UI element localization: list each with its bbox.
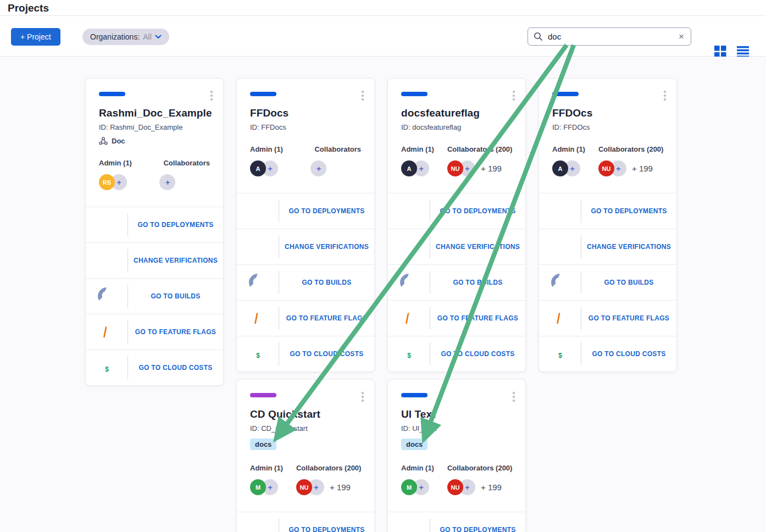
action-row[interactable]: GO TO DEPLOYMENTS [86,207,223,242]
page-title: Projects [8,2,49,14]
action-row[interactable]: $ GO TO CLOUD COSTS [237,336,374,372]
builds-link[interactable]: GO TO BUILDS [581,279,676,286]
action-row[interactable]: $ GO TO CLOUD COSTS [539,336,676,372]
action-row[interactable]: GO TO BUILDS [539,264,676,300]
organizations-filter-dropdown[interactable]: Organizations: All [82,29,169,45]
project-card[interactable]: CD Quickstart ID: CD_Quickstart docs Adm… [236,379,375,532]
card-actions: GO TO DEPLOYMENTS CHANGE VERIFICATIONS G… [388,193,525,372]
cloud-costs-link[interactable]: GO TO CLOUD COSTS [581,350,676,358]
organizations-filter-label: Organizations: [90,32,140,41]
verifications-link[interactable]: CHANGE VERIFICATIONS [581,243,676,251]
toolbar: + Project Organizations: All × [0,15,766,57]
cloud-costs-link[interactable]: GO TO CLOUD COSTS [128,364,223,372]
project-card[interactable]: Rashmi_Doc_Example ID: Rashmi_Doc_Exampl… [85,78,224,386]
project-card[interactable]: FFDOcs ID: FFDOcs Admin (1) A+ Collabora… [539,78,677,372]
verifications-icon [539,238,581,256]
card-menu-button[interactable] [510,390,517,404]
action-row[interactable]: CHANGE VERIFICATIONS [388,229,525,264]
project-title: FFDocs [250,107,361,119]
action-row[interactable]: GO TO DEPLOYMENTS [237,512,374,532]
action-row[interactable]: GO TO DEPLOYMENTS [539,193,676,229]
admin-label: Admin (1) [401,145,434,153]
search-input[interactable] [547,31,678,42]
action-row[interactable]: GO TO FEATURE FLAGS [237,300,374,336]
project-color-bar [401,393,428,397]
project-id: ID: FFDocs [250,123,361,131]
builds-link[interactable]: GO TO BUILDS [279,279,374,286]
admin-group: Admin (1) A+ [250,145,301,176]
action-row[interactable]: GO TO FEATURE FLAGS [539,300,676,336]
add-collaborator-button[interactable]: + [310,160,326,176]
collaborators-label: Collaborators (200) [447,145,512,153]
action-row[interactable]: GO TO DEPLOYMENTS [237,193,374,229]
feature-flags-icon [539,309,581,328]
admin-label: Admin (1) [552,145,585,153]
collaborators-group: Collaborators (200) NU++ 199 [447,145,512,176]
builds-icon [237,273,279,292]
deployments-icon [86,218,127,231]
cloud-costs-link[interactable]: GO TO CLOUD COSTS [430,350,525,358]
deployments-link[interactable]: GO TO DEPLOYMENTS [279,526,374,532]
project-card[interactable]: UI Text ID: UI_Text docs Admin (1) M+ Co… [387,379,526,532]
action-row[interactable]: GO TO BUILDS [388,264,525,300]
deployments-link[interactable]: GO TO DEPLOYMENTS [581,207,676,215]
deployments-icon [237,204,279,218]
deployments-icon [388,523,430,532]
action-row[interactable]: GO TO BUILDS [237,264,374,300]
card-menu-button[interactable] [510,88,517,103]
verifications-link[interactable]: CHANGE VERIFICATIONS [430,243,525,251]
collaborators-label: Collaborators (200) [447,464,512,472]
action-row[interactable]: CHANGE VERIFICATIONS [237,229,374,264]
svg-text:$: $ [558,351,562,359]
feature-flags-link[interactable]: GO TO FEATURE FLAGS [279,314,374,322]
deployments-link[interactable]: GO TO DEPLOYMENTS [430,207,525,215]
clear-search-icon[interactable]: × [678,32,685,41]
action-row[interactable]: $ GO TO CLOUD COSTS [388,336,525,372]
avatar: NU [447,479,463,495]
builds-link[interactable]: GO TO BUILDS [128,292,223,300]
admin-group: Admin (1) M+ [401,464,434,495]
verifications-link[interactable]: CHANGE VERIFICATIONS [128,257,223,264]
action-row[interactable]: CHANGE VERIFICATIONS [539,229,676,264]
action-row[interactable]: GO TO FEATURE FLAGS [86,314,223,350]
feature-flags-link[interactable]: GO TO FEATURE FLAGS [430,314,525,322]
project-title: docsfeatureflag [401,107,512,119]
feature-flags-link[interactable]: GO TO FEATURE FLAGS [128,328,223,336]
card-menu-button[interactable] [662,88,668,103]
new-project-button[interactable]: + Project [11,28,60,46]
feature-flags-link[interactable]: GO TO FEATURE FLAGS [581,314,676,322]
collaborators-overflow-count: + 199 [481,164,502,173]
deployments-link[interactable]: GO TO DEPLOYMENTS [279,207,374,215]
project-tag-row: docs [401,439,512,450]
action-row[interactable]: GO TO DEPLOYMENTS [388,512,525,532]
card-menu-button[interactable] [208,88,215,103]
deployments-link[interactable]: GO TO DEPLOYMENTS [430,526,525,532]
card-actions: GO TO DEPLOYMENTS CHANGE VERIFICATIONS G… [539,193,676,372]
cloud-costs-link[interactable]: GO TO CLOUD COSTS [279,350,374,358]
verifications-link[interactable]: CHANGE VERIFICATIONS [279,243,374,251]
add-collaborator-button[interactable]: + [159,174,175,190]
deployments-icon [539,204,581,218]
avatar: A [250,160,266,176]
builds-icon [86,287,127,306]
builds-icon [539,273,581,292]
project-card[interactable]: docsfeatureflag ID: docsfeatureflag Admi… [387,78,526,372]
action-row[interactable]: $ GO TO CLOUD COSTS [86,350,223,385]
deployments-link[interactable]: GO TO DEPLOYMENTS [128,221,223,229]
search-box: × [528,27,691,46]
action-row[interactable]: CHANGE VERIFICATIONS [86,242,223,278]
action-row[interactable]: GO TO BUILDS [86,278,223,314]
builds-link[interactable]: GO TO BUILDS [430,279,525,286]
admin-group: Admin (1) RS+ [99,159,150,190]
avatar: RS [99,174,115,190]
card-menu-button[interactable] [359,88,366,103]
collaborators-group: Collaborators (200) NU++ 199 [296,464,361,495]
search-icon [534,32,543,41]
collaborators-group: Collaborators (200) NU++ 199 [447,464,512,495]
action-row[interactable]: GO TO FEATURE FLAGS [388,300,525,336]
project-card[interactable]: FFDocs ID: FFDocs Admin (1) A+ Collabora… [236,78,375,372]
project-id: ID: Rashmi_Doc_Example [99,123,210,131]
action-row[interactable]: GO TO DEPLOYMENTS [388,193,525,229]
card-menu-button[interactable] [359,390,366,404]
builds-icon [388,273,430,292]
